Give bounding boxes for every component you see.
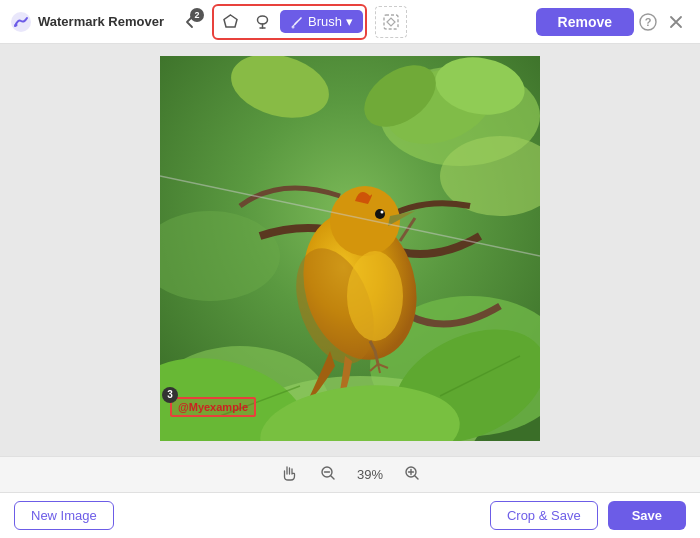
hand-tool-button[interactable]: [274, 462, 304, 488]
svg-marker-2: [224, 15, 237, 27]
watermark-text: @Myexample: [178, 401, 248, 413]
polygon-tool-button[interactable]: [216, 8, 246, 36]
app-logo: Watermark Remover: [10, 11, 164, 33]
crop-save-button[interactable]: Crop & Save: [490, 501, 598, 530]
canvas-area: 3 @Myexample: [0, 44, 700, 456]
image-container: 3 @Myexample: [160, 56, 540, 445]
footer-bar: New Image Crop & Save Save: [0, 492, 700, 538]
new-image-button[interactable]: New Image: [14, 501, 114, 530]
brush-tool-button[interactable]: Brush ▾: [280, 10, 363, 33]
lasso-tool-button[interactable]: [248, 8, 278, 36]
brush-chevron: ▾: [346, 14, 353, 29]
watermark-step-badge: 3: [162, 387, 178, 403]
svg-point-4: [291, 25, 294, 28]
watermark-box: @Myexample: [170, 397, 256, 417]
watermark-region: 3 @Myexample: [170, 397, 256, 417]
app-title: Watermark Remover: [38, 14, 164, 29]
brush-label: Brush: [308, 14, 342, 29]
close-button[interactable]: [662, 8, 690, 36]
app-logo-icon: [10, 11, 32, 33]
back-badge: 2: [190, 8, 204, 22]
svg-rect-5: [384, 15, 398, 29]
zoom-level: 39%: [352, 467, 388, 482]
svg-point-18: [347, 251, 403, 341]
title-bar: Watermark Remover 2: [0, 0, 700, 44]
back-button[interactable]: 2: [176, 8, 204, 36]
tool-group: Brush ▾: [212, 4, 367, 40]
zoom-bar: 39%: [0, 456, 700, 492]
svg-text:?: ?: [645, 16, 652, 28]
zoom-in-button[interactable]: [398, 463, 426, 487]
erase-button[interactable]: [375, 6, 407, 38]
zoom-out-button[interactable]: [314, 463, 342, 487]
svg-point-3: [258, 16, 268, 24]
remove-button[interactable]: Remove: [536, 8, 634, 36]
save-button[interactable]: Save: [608, 501, 686, 530]
help-button[interactable]: ?: [634, 8, 662, 36]
svg-point-19: [375, 209, 385, 219]
svg-point-20: [381, 210, 384, 213]
bird-image: [160, 56, 540, 441]
svg-point-1: [15, 23, 18, 26]
